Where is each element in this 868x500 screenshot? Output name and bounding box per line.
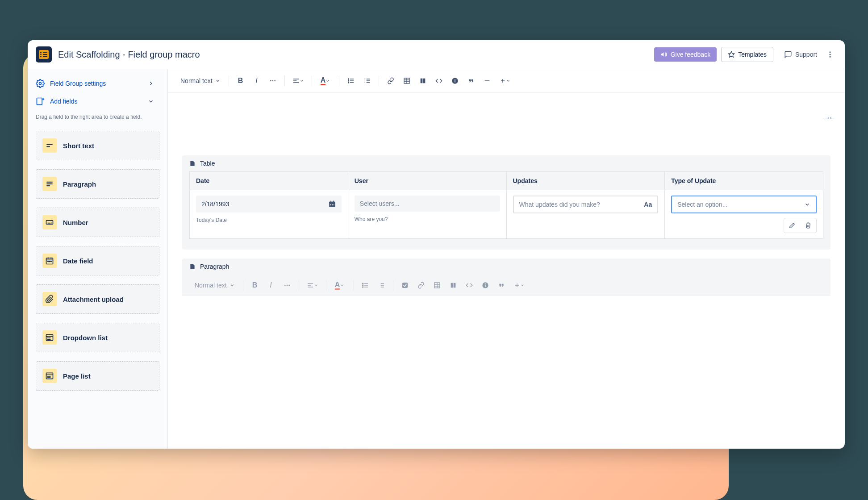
user-caption: Who are you? — [355, 216, 500, 222]
paragraph-bullet-list-button[interactable] — [358, 278, 372, 292]
field-card-number[interactable]: 123 Number — [36, 208, 159, 237]
alignment-button[interactable] — [289, 74, 307, 88]
text-style-dropdown[interactable]: Normal text — [177, 75, 224, 87]
short-text-icon — [42, 138, 57, 153]
bullet-list-button[interactable] — [344, 74, 358, 88]
insert-button[interactable] — [496, 74, 514, 88]
paragraph-alignment-button[interactable] — [304, 278, 321, 292]
field-group-settings-button[interactable]: Field Group settings — [28, 75, 167, 92]
code-button[interactable] — [432, 74, 446, 88]
svg-rect-87 — [451, 283, 453, 288]
date-input[interactable]: 2/18/1993 — [196, 196, 342, 212]
svg-point-31 — [272, 80, 273, 82]
page-title: Edit Scaffolding - Field group macro — [58, 50, 200, 60]
svg-rect-64 — [330, 204, 331, 205]
plus-icon — [500, 78, 506, 84]
svg-point-37 — [348, 80, 349, 81]
gear-icon — [36, 79, 45, 88]
paragraph-text-style-dropdown[interactable]: Normal text — [191, 279, 238, 292]
trash-icon — [805, 222, 811, 229]
user-select[interactable]: Select users... — [355, 196, 500, 212]
paragraph-text-color-button[interactable]: A — [331, 278, 349, 292]
table-icon — [403, 77, 410, 84]
pencil-icon — [789, 222, 795, 229]
add-fields-button[interactable]: Add fields — [28, 92, 167, 110]
date-caption: Today's Date — [196, 217, 342, 223]
paragraph-info-button[interactable] — [478, 278, 492, 292]
svg-point-1 — [830, 51, 831, 53]
paragraph-checkbox-button[interactable] — [398, 278, 412, 292]
field-card-dropdown[interactable]: Dropdown list — [36, 323, 159, 352]
paragraph-code-button[interactable] — [462, 278, 476, 292]
text-color-icon: A — [335, 281, 340, 290]
svg-point-3 — [830, 56, 831, 58]
numbered-list-icon — [378, 282, 385, 289]
paragraph-editor-area[interactable] — [182, 296, 830, 350]
align-left-icon — [292, 77, 300, 84]
delete-row-button[interactable] — [800, 218, 816, 233]
calendar-icon — [42, 254, 57, 268]
paragraph-layouts-button[interactable] — [446, 278, 460, 292]
templates-button[interactable]: Templates — [721, 47, 773, 62]
paragraph-table-button[interactable] — [430, 278, 444, 292]
support-button[interactable]: Support — [778, 47, 823, 62]
paragraph-insert-button[interactable] — [510, 278, 528, 292]
svg-point-68 — [286, 285, 288, 286]
quote-icon — [467, 77, 475, 84]
info-button[interactable] — [448, 74, 462, 88]
quote-button[interactable] — [464, 74, 478, 88]
more-menu-button[interactable] — [823, 47, 837, 62]
paragraph-link-button[interactable] — [414, 278, 428, 292]
chevron-down-icon — [340, 283, 344, 288]
data-table: Date User Updates Type of Update — [189, 171, 823, 239]
more-formatting-button[interactable] — [266, 74, 280, 88]
table-button[interactable] — [400, 74, 414, 88]
chevron-down-icon — [230, 283, 235, 288]
paragraph-text-style-label: Normal text — [195, 282, 227, 289]
field-card-paragraph[interactable]: Paragraph — [36, 169, 159, 199]
divider-button[interactable] — [480, 74, 494, 88]
field-label: Date field — [63, 257, 93, 265]
give-feedback-button[interactable]: Give feedback — [654, 47, 717, 62]
text-color-button[interactable]: A — [317, 74, 334, 88]
support-label: Support — [795, 51, 817, 58]
document-icon — [189, 160, 196, 167]
link-button[interactable] — [384, 74, 398, 88]
editor-toolbar: Normal text B I A — [168, 69, 845, 93]
more-vertical-icon — [826, 50, 834, 58]
link-icon — [387, 77, 394, 84]
chevron-down-icon — [506, 79, 510, 83]
type-select[interactable]: Select an option... — [671, 196, 817, 213]
svg-point-67 — [284, 285, 286, 286]
app-window: Edit Scaffolding - Field group macro Giv… — [28, 40, 845, 449]
chevron-right-icon — [148, 80, 154, 87]
numbered-list-button[interactable]: 123 — [360, 74, 374, 88]
paragraph-quote-button[interactable] — [494, 278, 509, 292]
field-card-short-text[interactable]: Short text — [36, 131, 159, 160]
paragraph-numbered-list-button[interactable] — [374, 278, 388, 292]
layouts-button[interactable] — [416, 74, 430, 88]
bullet-list-icon — [347, 77, 355, 84]
chevron-down-icon — [804, 201, 810, 208]
paragraph-more-formatting-button[interactable] — [280, 278, 294, 292]
updates-input[interactable]: What updates did you make? Aa — [513, 196, 659, 213]
field-label: Short text — [63, 142, 94, 150]
italic-button[interactable]: I — [250, 74, 264, 88]
edit-row-button[interactable] — [784, 218, 800, 233]
paragraph-bold-button[interactable]: B — [248, 278, 262, 292]
row-actions — [784, 218, 817, 233]
field-card-attachment[interactable]: Attachment upload — [36, 284, 159, 314]
paragraph-italic-button[interactable]: I — [264, 278, 278, 292]
collapse-button[interactable]: →← — [823, 114, 834, 122]
svg-rect-88 — [453, 283, 455, 288]
type-placeholder: Select an option... — [677, 201, 727, 208]
field-card-date[interactable]: Date field — [36, 246, 159, 275]
app-header: Edit Scaffolding - Field group macro Giv… — [28, 40, 845, 69]
content-area: Normal text B I A — [168, 69, 845, 449]
svg-rect-52 — [420, 79, 422, 83]
svg-rect-5 — [37, 98, 42, 105]
bold-button[interactable]: B — [234, 74, 248, 88]
field-card-page-list[interactable]: Page list — [36, 361, 159, 391]
columns-icon — [450, 282, 457, 289]
more-horizontal-icon — [284, 282, 291, 289]
